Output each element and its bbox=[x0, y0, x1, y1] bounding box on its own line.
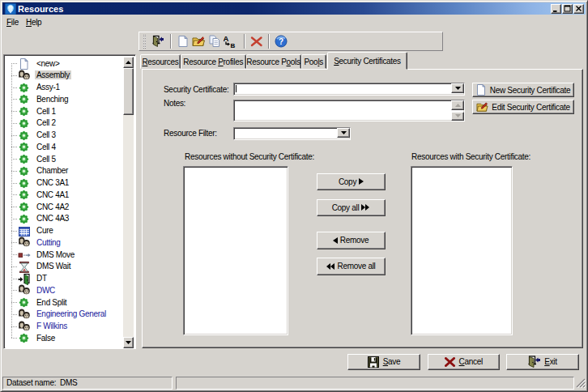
svg-text:?: ? bbox=[279, 37, 283, 46]
svg-text:B: B bbox=[231, 42, 236, 49]
